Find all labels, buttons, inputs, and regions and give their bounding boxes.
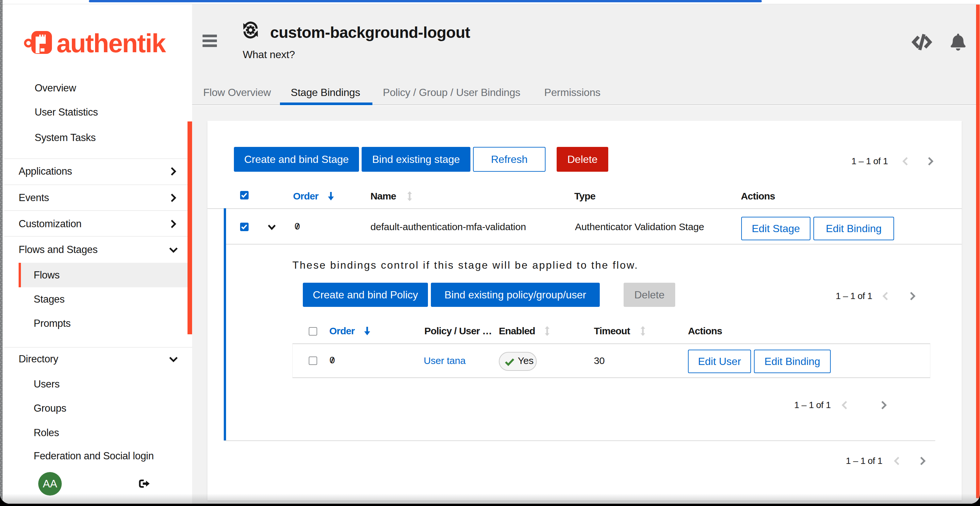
svg-text:authentik: authentik bbox=[57, 29, 166, 58]
